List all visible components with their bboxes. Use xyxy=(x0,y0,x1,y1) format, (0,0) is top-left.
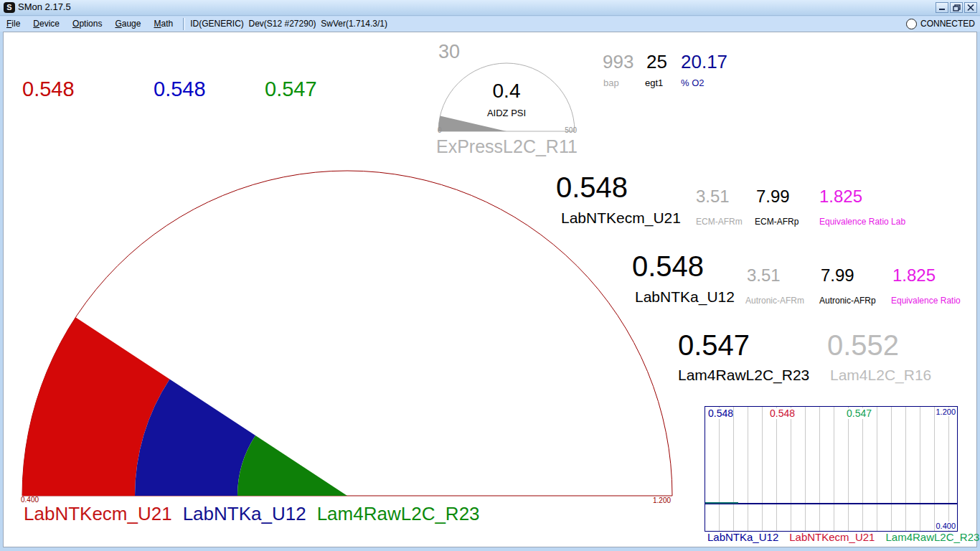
strip-chart-legend: LabNTKa_U12 LabNTKecm_U21 Lam4RawL2C_R23 xyxy=(707,532,979,544)
menu-separator xyxy=(183,18,185,30)
menu-file[interactable]: File xyxy=(0,17,27,31)
row1-afrm-label: ECM-AFRm xyxy=(696,217,743,227)
title-bar: S SMon 2.17.5 xyxy=(0,0,980,16)
row3-secondary-name: Lam4L2C_R16 xyxy=(830,367,931,383)
row3-channel-name: Lam4RawL2C_R23 xyxy=(678,367,809,383)
strip-chart-value-lam4raw: 0.547 xyxy=(847,408,872,419)
restore-button[interactable] xyxy=(950,2,963,13)
aidz-units-label: AIDZ PSI xyxy=(436,108,577,118)
o2-value: 20.17 xyxy=(681,52,727,72)
connection-indicator-icon xyxy=(906,19,917,29)
row2-afrp-label: Autronic-AFRp xyxy=(819,296,876,306)
device-status-text: ID(GENERIC) Dev(S12 #27290) SwVer(1.714.… xyxy=(190,19,387,29)
strip-legend-labntka: LabNTKa_U12 xyxy=(707,532,778,544)
menu-gauge[interactable]: Gauge xyxy=(108,17,147,31)
menu-device[interactable]: Device xyxy=(27,17,66,31)
close-icon xyxy=(967,4,974,11)
minimize-button[interactable] xyxy=(936,2,948,13)
egt1-label: egt1 xyxy=(645,78,663,88)
egt1-value: 25 xyxy=(646,52,667,72)
restore-icon xyxy=(953,4,961,11)
row1-afrp-label: ECM-AFRp xyxy=(755,217,798,227)
o2-label: % O2 xyxy=(681,78,705,88)
row2-afrp-value: 7.99 xyxy=(821,266,854,285)
bap-label: bap xyxy=(603,78,619,88)
row2-eqratio-value: 1.825 xyxy=(892,266,936,285)
row3-secondary-value: 0.552 xyxy=(827,329,899,361)
strip-chart-min-label: 0.400 xyxy=(935,522,956,530)
lambda-gauge-legend: LabNTKecm_U21 LabNTKa_U12 Lam4RawL2C_R23 xyxy=(24,504,480,524)
menu-math[interactable]: Math xyxy=(147,17,179,31)
app-icon[interactable]: S xyxy=(4,2,15,13)
bap-value: 993 xyxy=(603,52,633,72)
row1-eqratio-label: Equivalence Ratio Lab xyxy=(819,217,905,227)
lambda-readout-blue: 0.548 xyxy=(154,78,206,101)
window-controls xyxy=(936,2,977,13)
row1-afrp-value: 7.99 xyxy=(756,187,790,206)
row3-lambda-value: 0.547 xyxy=(678,329,750,361)
lambda-gauge-max-label: 1.200 xyxy=(653,496,671,504)
aidz-peak-value: 30 xyxy=(438,42,460,63)
strip-chart-value-labntka: 0.548 xyxy=(708,408,733,419)
row2-afrm-value: 3.51 xyxy=(747,266,781,285)
aidz-scale-max: 500 xyxy=(436,126,577,134)
aidz-channel-name: ExPressL2C_R11 xyxy=(436,137,578,157)
legend-item-labntka: LabNTKa_U12 xyxy=(183,504,306,524)
menu-bar: File Device Options Gauge Math ID(GENERI… xyxy=(0,17,980,32)
strip-legend-lam4raw: Lam4RawL2C_R23 xyxy=(885,532,979,544)
strip-legend-labntkecm: LabNTKecm_U21 xyxy=(789,532,875,544)
row1-afrm-value: 3.51 xyxy=(696,187,730,206)
strip-chart: 0.548 0.548 0.547 1.200 0.400 xyxy=(705,406,958,532)
strip-chart-trace-start xyxy=(705,502,738,504)
strip-chart-max-label: 1.200 xyxy=(935,408,956,416)
aidz-gauge: 30 0.4 AIDZ PSI 0 500 ExPressL2C_R11 xyxy=(434,39,588,161)
strip-chart-trace xyxy=(705,503,957,504)
connection-status: CONNECTED xyxy=(906,19,975,29)
legend-item-lam4raw: Lam4RawL2C_R23 xyxy=(317,504,480,524)
minimize-icon xyxy=(938,4,946,11)
main-panel: 0.548 0.548 0.547 30 0.4 AIDZ PSI 0 500 … xyxy=(3,32,977,547)
row1-eqratio-value: 1.825 xyxy=(819,187,862,206)
close-button[interactable] xyxy=(964,2,977,13)
lambda-readout-red: 0.548 xyxy=(22,78,75,101)
connection-label: CONNECTED xyxy=(920,19,975,29)
menu-options[interactable]: Options xyxy=(66,17,108,31)
window-title: SMon 2.17.5 xyxy=(18,2,71,12)
row2-afrm-label: Autronic-AFRm xyxy=(745,296,804,306)
strip-chart-value-labntkecm: 0.548 xyxy=(770,408,795,419)
aidz-value: 0.4 xyxy=(436,80,577,103)
legend-item-labntkecm: LabNTKecm_U21 xyxy=(24,504,172,524)
lambda-gauge-dial xyxy=(19,169,675,503)
row2-eqratio-label: Equivalence Ratio xyxy=(891,296,961,306)
lambda-readout-green: 0.547 xyxy=(265,78,317,101)
